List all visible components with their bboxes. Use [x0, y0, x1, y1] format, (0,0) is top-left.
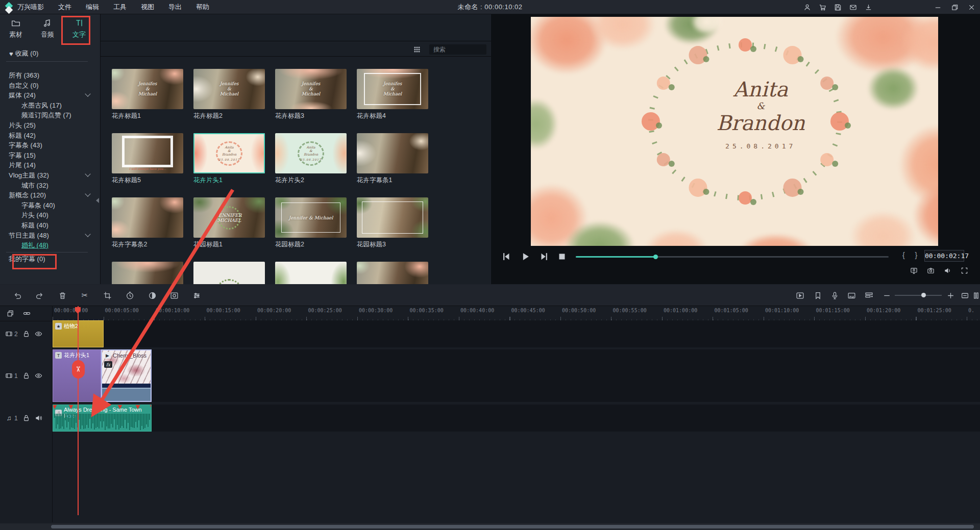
template-thumbnail[interactable] [357, 197, 428, 238]
template-item-花卉片头2[interactable]: Anita&Brandon25.08.2017花卉片头2 [275, 133, 347, 197]
chevron-down-icon[interactable] [85, 191, 90, 196]
grid-view-icon[interactable] [413, 45, 421, 54]
sidebar-item-片头[interactable]: 片头 (25) [0, 120, 100, 131]
user-icon[interactable] [803, 3, 812, 12]
sidebar-item-我的字幕[interactable]: 我的字幕 (0) [0, 254, 100, 264]
video-track-lane-2[interactable] [53, 320, 980, 347]
video-preview[interactable]: Anita & Brandon 25.08.2017 [531, 17, 938, 246]
tracks-icon[interactable] [864, 290, 874, 300]
eye-icon[interactable] [35, 372, 42, 380]
template-item-花卉标题5[interactable]: I will always have you...花卉标题5 [112, 133, 183, 197]
sidebar-item-片尾[interactable]: 片尾 (14) [0, 160, 100, 170]
cart-icon[interactable] [818, 3, 827, 12]
video-track-lane-1[interactable] [53, 349, 980, 402]
lock-icon[interactable] [22, 372, 30, 380]
template-item-partial-14[interactable] [275, 262, 347, 284]
chevron-down-icon[interactable] [85, 231, 90, 237]
audio-track-lane-1[interactable] [53, 405, 980, 432]
template-thumbnail[interactable]: Anita&Brandon25.08.2017 [275, 133, 347, 173]
menu-item-1[interactable]: 编辑 [79, 0, 106, 14]
panes-icon[interactable] [971, 290, 980, 300]
close-icon[interactable] [967, 3, 976, 12]
menu-item-0[interactable]: 文件 [51, 0, 79, 14]
render-settings-icon[interactable] [910, 266, 918, 275]
color-icon[interactable] [147, 290, 157, 300]
sidebar-item-标题[interactable]: 标题 (40) [0, 220, 100, 231]
link-icon[interactable] [22, 309, 31, 318]
keyframe-marker[interactable] [135, 405, 140, 409]
sidebar-item-婚礼[interactable]: 婚礼 (48) [0, 240, 100, 250]
menu-item-4[interactable]: 导出 [161, 0, 189, 14]
sidebar-item-自定义[interactable]: 自定义 (0) [0, 81, 100, 91]
split-scissors-icon[interactable]: ✂ [72, 360, 85, 378]
template-thumbnail[interactable] [112, 197, 183, 238]
next-frame-icon[interactable] [538, 251, 550, 262]
keyframe-marker[interactable] [92, 405, 97, 409]
lock-icon[interactable] [22, 414, 30, 422]
template-thumbnail[interactable]: JENNIFERMICHAEL [193, 197, 265, 238]
chevron-down-icon[interactable] [85, 91, 90, 97]
subtitle-icon[interactable] [846, 290, 856, 300]
stop-icon[interactable] [556, 251, 568, 262]
timeline-zoom-slider[interactable] [895, 295, 942, 296]
chevron-down-icon[interactable] [85, 171, 90, 176]
template-thumbnail[interactable]: Anita&Brandon25.08.2017 [193, 133, 265, 173]
template-item-花卉片头1[interactable]: Anita&Brandon25.08.2017花卉片头1 [193, 133, 265, 197]
template-thumbnail[interactable]: Jennifes&Michael [275, 69, 347, 109]
zoom-in-icon[interactable] [945, 290, 955, 300]
mask-icon[interactable] [169, 290, 179, 300]
sidebar-item-favorites[interactable]: ♥ 收藏 (0) [9, 49, 38, 58]
scrollbar-thumb[interactable] [51, 525, 974, 528]
volume-icon[interactable] [943, 266, 952, 275]
prev-frame-icon[interactable] [501, 251, 512, 262]
eye-icon[interactable] [35, 330, 42, 338]
template-item-花园标题3[interactable]: 花园标题3 [357, 197, 428, 262]
template-thumbnail[interactable] [357, 262, 428, 284]
template-thumbnail[interactable]: Jennifer & Michael [275, 197, 347, 238]
play-icon[interactable] [520, 251, 531, 262]
panel-collapse-icon[interactable] [96, 198, 99, 203]
timeline-zoom-knob[interactable] [921, 293, 926, 297]
mail-icon[interactable] [849, 3, 857, 12]
speed-icon[interactable] [125, 290, 135, 300]
template-item-花卉标题1[interactable]: Jennifes&Michael花卉标题1 [112, 69, 183, 133]
menu-item-3[interactable]: 视图 [134, 0, 161, 14]
snapshot-icon[interactable] [926, 266, 935, 275]
seek-bar[interactable] [576, 256, 889, 258]
speaker-icon[interactable] [35, 414, 42, 422]
template-item-花卉字幕条2[interactable]: 花卉字幕条2 [112, 197, 183, 262]
zoom-out-icon[interactable] [881, 290, 892, 300]
template-thumbnail[interactable] [275, 262, 347, 284]
timeline-ruler[interactable]: 00:00:00:0000:00:05:0000:00:10:0000:00:1… [0, 306, 980, 321]
template-item-花园标题1[interactable]: JENNIFERMICHAEL花园标题1 [193, 197, 265, 262]
template-item-花卉标题3[interactable]: Jennifes&Michael花卉标题3 [275, 69, 347, 133]
split-icon[interactable]: ✂ [80, 290, 90, 300]
keyframe-marker[interactable] [68, 405, 74, 409]
template-thumbnail[interactable]: Jennifes&Michael [357, 69, 428, 109]
template-item-partial-15[interactable] [357, 262, 428, 284]
sidebar-item-节日主题[interactable]: 节日主题 (48) [0, 231, 100, 241]
undo-icon[interactable] [12, 290, 22, 300]
download-icon[interactable] [864, 3, 873, 12]
template-item-partial-12[interactable] [112, 262, 183, 284]
tab-素材[interactable]: 素材 [0, 14, 32, 39]
sidebar-item-水墨古风[interactable]: 水墨古风 (17) [0, 100, 100, 111]
template-thumbnail[interactable] [112, 262, 183, 284]
ruler-strip[interactable]: 00:00:00:0000:00:05:0000:00:10:0000:00:1… [53, 306, 980, 321]
crop-icon[interactable] [102, 290, 112, 300]
sidebar-item-频道订阅点赞[interactable]: 频道订阅点赞 (7) [0, 110, 100, 120]
keyframe-marker[interactable] [150, 405, 152, 409]
template-item-花卉标题2[interactable]: Jennifes&Michael花卉标题2 [193, 69, 265, 133]
sidebar-item-新概念[interactable]: 新概念 (120) [0, 190, 100, 200]
template-thumbnail[interactable]: Jennifes&Michael [193, 69, 265, 109]
template-item-花园标题2[interactable]: Jennifer & Michael花园标题2 [275, 197, 347, 262]
menu-item-5[interactable]: 帮助 [189, 0, 216, 14]
adjust-icon[interactable] [191, 290, 202, 300]
layers-icon[interactable] [6, 309, 15, 318]
clip-cherry-video[interactable]: ▶ Cherry_Bloss fx [101, 349, 152, 402]
template-item-花卉标题4[interactable]: Jennifes&Michael花卉标题4 [357, 69, 428, 133]
template-item-partial-13[interactable] [193, 262, 265, 284]
clip-music[interactable]: ♫ Always Dreaming - Same Town Fore [53, 405, 152, 432]
redo-icon[interactable] [34, 290, 44, 300]
sidebar-item-城市[interactable]: 城市 (32) [0, 181, 100, 191]
